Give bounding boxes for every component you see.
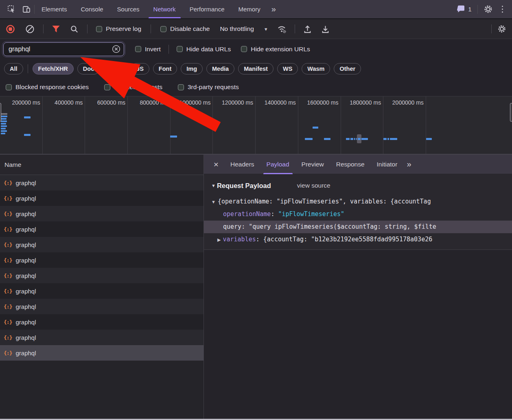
request-timing-bar[interactable] bbox=[24, 134, 31, 136]
filter-chip-doc[interactable]: Doc bbox=[77, 63, 100, 74]
inspect-element-icon[interactable] bbox=[7, 5, 16, 14]
request-timing-bar[interactable] bbox=[1, 113, 7, 115]
menu-kebab-icon[interactable] bbox=[499, 4, 507, 15]
filter-chip-css[interactable]: CSS bbox=[103, 63, 127, 74]
filter-chip-other[interactable]: Other bbox=[334, 63, 361, 74]
details-tab-headers[interactable]: Headers bbox=[224, 155, 260, 174]
request-timing-bar[interactable] bbox=[346, 138, 350, 140]
payload-tree-row[interactable]: ▶variables: {accountTag: "b12e3b2192ee55… bbox=[204, 233, 512, 246]
collapse-icon[interactable]: ▼ bbox=[211, 183, 216, 188]
device-toolbar-icon[interactable] bbox=[22, 5, 31, 14]
devtools-tab-network[interactable]: Network bbox=[147, 0, 183, 18]
network-conditions-icon[interactable] bbox=[276, 24, 287, 34]
request-timing-bar[interactable] bbox=[1, 130, 7, 132]
request-timing-bar[interactable] bbox=[1, 128, 6, 129]
request-row[interactable]: {:}graphql bbox=[0, 206, 203, 221]
request-timing-bar[interactable] bbox=[1, 120, 7, 122]
request-row[interactable]: {:}graphql bbox=[0, 221, 203, 237]
blocked-requests-checkbox[interactable]: Blocked requests bbox=[104, 83, 162, 91]
devtools-tab-memory[interactable]: Memory bbox=[232, 0, 267, 18]
checkbox[interactable] bbox=[177, 46, 183, 52]
details-tab-payload[interactable]: Payload bbox=[260, 155, 295, 174]
request-row[interactable]: {:}graphql bbox=[0, 175, 203, 190]
filter-chip-media[interactable]: Media bbox=[206, 63, 234, 74]
request-row[interactable]: {:}graphql bbox=[0, 345, 203, 361]
request-timing-bar[interactable] bbox=[387, 138, 389, 140]
third-party-requests-checkbox[interactable]: 3rd-party requests bbox=[178, 83, 239, 91]
request-row[interactable]: {:}graphql bbox=[0, 252, 203, 268]
filter-text-input[interactable]: graphql bbox=[3, 42, 124, 56]
preserve-log-checkbox[interactable]: Preserve log bbox=[96, 25, 141, 33]
import-har-icon[interactable] bbox=[303, 24, 312, 34]
request-timing-bar[interactable] bbox=[313, 127, 318, 129]
request-row[interactable]: {:}graphql bbox=[0, 330, 203, 345]
payload-tree-row[interactable]: query: "query ipFlowTimeseries($accountT… bbox=[204, 221, 512, 233]
throttling-select[interactable]: No throttling ▾ bbox=[217, 25, 267, 33]
filter-chip-img[interactable]: Img bbox=[181, 63, 203, 74]
devtools-tab-elements[interactable]: Elements bbox=[35, 0, 74, 18]
export-har-icon[interactable] bbox=[321, 24, 330, 34]
filter-chip-all[interactable]: All bbox=[4, 63, 23, 74]
request-timing-bar[interactable] bbox=[1, 125, 7, 127]
clear-filter-icon[interactable] bbox=[112, 45, 120, 53]
devtools-tab-performance[interactable]: Performance bbox=[183, 0, 232, 18]
payload-tree-row[interactable]: ▼{operationName: "ipFlowTimeseries", var… bbox=[204, 195, 512, 208]
checkbox[interactable] bbox=[104, 84, 110, 90]
checkbox[interactable] bbox=[6, 84, 12, 90]
request-timing-bar[interactable] bbox=[426, 138, 432, 140]
disable-cache-checkbox[interactable]: Disable cache bbox=[160, 25, 210, 33]
request-timing-bar[interactable] bbox=[1, 118, 7, 120]
overview-right-handle[interactable] bbox=[510, 103, 512, 122]
name-column-header[interactable]: Name bbox=[0, 155, 203, 175]
filter-chip-font[interactable]: Font bbox=[153, 63, 177, 74]
request-row[interactable]: {:}graphql bbox=[0, 237, 203, 252]
filter-funnel-icon[interactable] bbox=[52, 26, 60, 33]
network-overview-waterfall[interactable]: 200000 ms400000 ms600000 ms800000 ms1000… bbox=[0, 96, 512, 155]
request-timing-bar[interactable] bbox=[1, 116, 7, 117]
request-timing-bar[interactable] bbox=[390, 138, 397, 140]
devtools-tab-sources[interactable]: Sources bbox=[110, 0, 147, 18]
request-row[interactable]: {:}graphql bbox=[0, 299, 203, 314]
network-settings-gear-icon[interactable] bbox=[497, 24, 506, 33]
checkbox[interactable] bbox=[96, 26, 102, 32]
checkbox[interactable] bbox=[241, 46, 247, 52]
settings-gear-icon[interactable] bbox=[484, 4, 493, 14]
request-timing-bar[interactable] bbox=[358, 138, 361, 140]
hide-extension-urls-checkbox[interactable]: Hide extension URLs bbox=[241, 46, 310, 53]
filter-chip-js[interactable]: JS bbox=[131, 63, 149, 74]
issues-button[interactable]: 1 bbox=[457, 5, 471, 13]
blocked-response-cookies-checkbox[interactable]: Blocked response cookies bbox=[6, 83, 89, 91]
request-timing-bar[interactable] bbox=[305, 138, 313, 140]
details-more-tabs-icon[interactable]: » bbox=[403, 160, 414, 169]
request-row[interactable]: {:}graphql bbox=[0, 283, 203, 299]
request-timing-bar[interactable] bbox=[1, 123, 6, 125]
filter-chip-fetch-xhr[interactable]: Fetch/XHR bbox=[33, 63, 74, 74]
details-tab-initiator[interactable]: Initiator bbox=[371, 155, 404, 174]
details-tab-response[interactable]: Response bbox=[330, 155, 371, 174]
collapse-icon[interactable]: ▼ bbox=[211, 196, 216, 208]
record-button[interactable] bbox=[6, 24, 15, 34]
request-timing-bar[interactable] bbox=[350, 138, 353, 140]
devtools-tab-console[interactable]: Console bbox=[74, 0, 110, 18]
details-tab-preview[interactable]: Preview bbox=[295, 155, 330, 174]
view-source-toggle[interactable]: view source bbox=[297, 182, 330, 189]
request-timing-bar[interactable] bbox=[1, 133, 5, 134]
request-timing-bar[interactable] bbox=[24, 116, 31, 118]
request-timing-bar[interactable] bbox=[383, 138, 387, 140]
checkbox[interactable] bbox=[135, 46, 141, 52]
filter-chip-manifest[interactable]: Manifest bbox=[238, 63, 274, 74]
more-tabs-icon[interactable]: » bbox=[267, 4, 279, 14]
checkbox[interactable] bbox=[178, 84, 184, 90]
invert-checkbox[interactable]: Invert bbox=[135, 46, 161, 53]
filter-chip-ws[interactable]: WS bbox=[277, 63, 298, 74]
request-timing-bar[interactable] bbox=[324, 138, 330, 140]
request-row[interactable]: {:}graphql bbox=[0, 268, 203, 283]
close-details-icon[interactable]: × bbox=[208, 160, 224, 169]
request-timing-bar[interactable] bbox=[354, 138, 355, 140]
clear-network-log-icon[interactable] bbox=[25, 24, 35, 34]
checkbox[interactable] bbox=[160, 26, 166, 32]
search-icon[interactable] bbox=[70, 25, 79, 33]
expand-icon[interactable]: ▶ bbox=[217, 234, 221, 246]
request-timing-bar[interactable] bbox=[361, 138, 368, 140]
hide-data-urls-checkbox[interactable]: Hide data URLs bbox=[177, 46, 231, 53]
